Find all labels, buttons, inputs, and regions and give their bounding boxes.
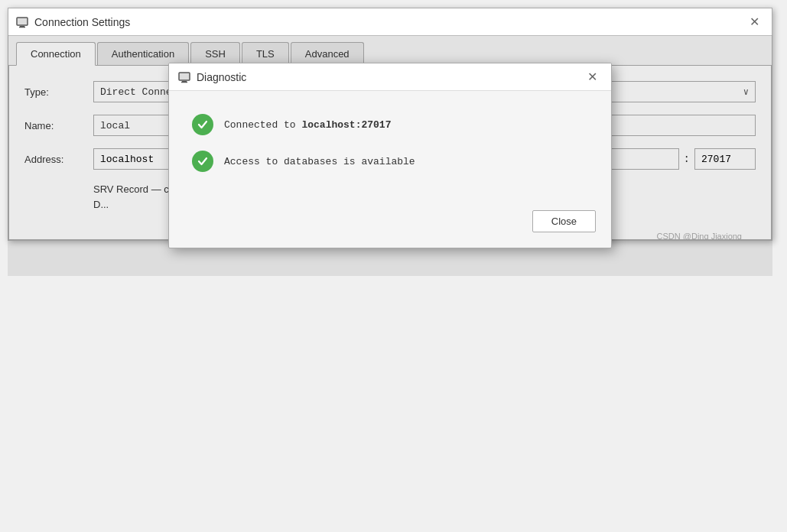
svg-rect-0 bbox=[17, 18, 28, 25]
diagnostic-item-1: Connected to localhost:27017 bbox=[192, 114, 588, 135]
diagnostic-modal: Diagnostic ✕ Connected to localhost:2701… bbox=[168, 63, 612, 248]
modal-title-left: Diagnostic bbox=[178, 71, 246, 83]
title-bar-left: Connection Settings bbox=[16, 16, 130, 28]
diagnostic-text-2: Access to databases is available bbox=[224, 156, 415, 167]
diagnostic-item-2: Access to databases is available bbox=[192, 151, 588, 172]
modal-footer: Close bbox=[169, 203, 611, 248]
diagnostic-text-1: Connected to localhost:27017 bbox=[224, 119, 391, 131]
check-icon-1 bbox=[192, 114, 213, 135]
check-icon-2 bbox=[192, 151, 213, 172]
title-bar: Connection Settings ✕ bbox=[8, 8, 772, 36]
modal-title-bar: Diagnostic ✕ bbox=[169, 63, 611, 91]
window-title: Connection Settings bbox=[34, 16, 130, 28]
modal-body: Connected to localhost:27017 Access to d… bbox=[169, 91, 611, 203]
modal-overlay: Diagnostic ✕ Connected to localhost:2701… bbox=[8, 35, 772, 276]
svg-rect-3 bbox=[179, 73, 190, 80]
close-button[interactable]: Close bbox=[532, 210, 596, 232]
modal-close-x-button[interactable]: ✕ bbox=[583, 70, 602, 85]
window-close-button[interactable]: ✕ bbox=[745, 15, 764, 30]
modal-title: Diagnostic bbox=[197, 71, 246, 83]
modal-monitor-icon bbox=[178, 71, 190, 83]
monitor-icon bbox=[16, 16, 28, 28]
